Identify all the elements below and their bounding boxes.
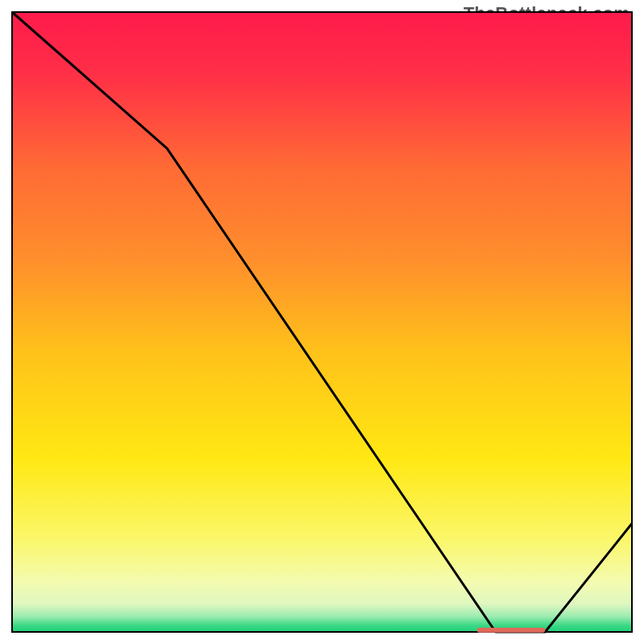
plot-background bbox=[12, 12, 632, 632]
bottleneck-chart bbox=[0, 0, 644, 644]
marker-bar bbox=[477, 628, 546, 633]
chart-container: TheBottleneck.com bbox=[0, 0, 644, 644]
